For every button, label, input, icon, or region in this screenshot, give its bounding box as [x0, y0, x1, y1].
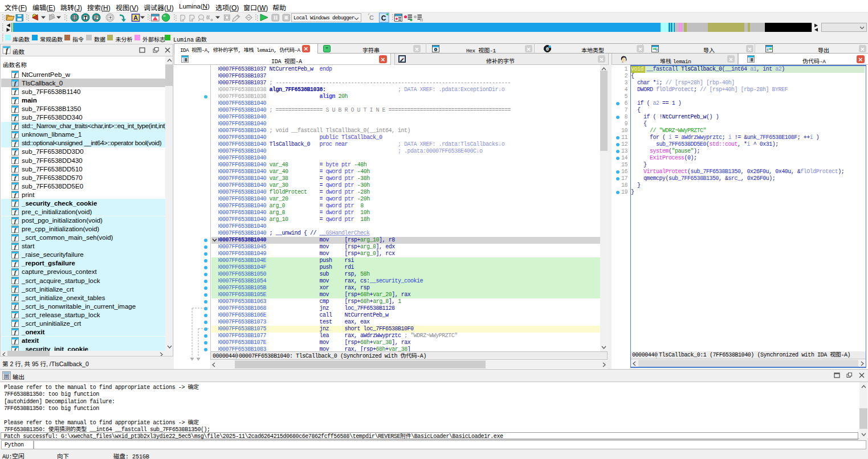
svg-text:C: C [369, 14, 374, 21]
svg-text:A: A [133, 14, 138, 21]
svg-text:0: 0 [546, 47, 549, 52]
svg-text:C: C [381, 14, 386, 22]
svg-text:”: ” [325, 46, 328, 51]
